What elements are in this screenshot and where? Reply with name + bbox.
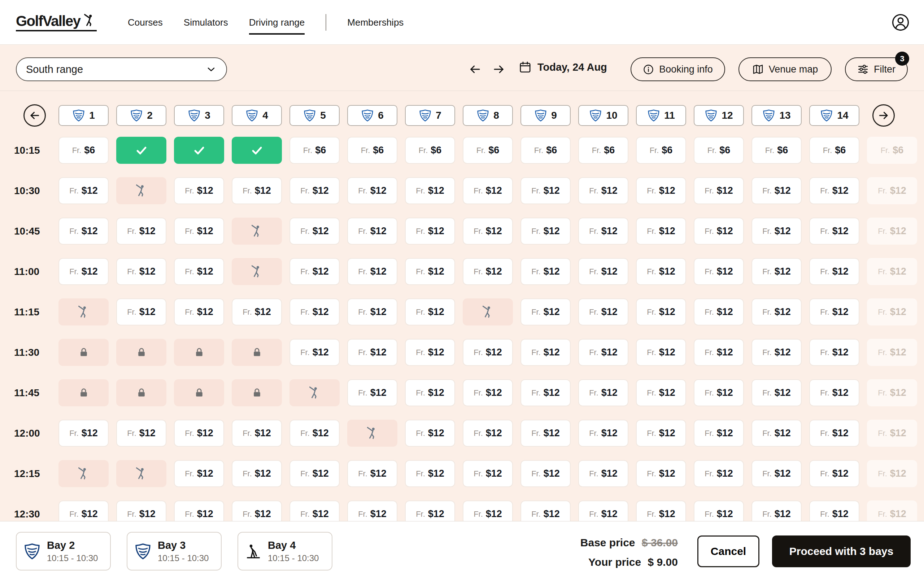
account-button[interactable] <box>891 13 909 31</box>
slot-available[interactable]: Fr.$12 <box>347 217 398 245</box>
nav-driving-range[interactable]: Driving range <box>249 15 305 30</box>
nav-courses[interactable]: Courses <box>128 15 163 30</box>
slot-available[interactable]: Fr.$12 <box>347 379 398 406</box>
slot-available[interactable]: Fr.$12 <box>520 379 571 406</box>
slot-available[interactable]: Fr.$12 <box>751 460 802 487</box>
slot-available[interactable]: Fr.$12 <box>405 298 455 326</box>
slot-available[interactable]: Fr.$12 <box>463 420 513 447</box>
slot-available[interactable]: Fr.$12 <box>809 379 860 406</box>
bay-header-5[interactable]: 5 <box>289 105 340 126</box>
slot-available[interactable]: Fr.$12 <box>116 298 167 326</box>
slot-available[interactable]: Fr.$12 <box>347 460 398 487</box>
filter-button[interactable]: Filter 3 <box>845 58 908 81</box>
slot-available[interactable]: Fr.$12 <box>578 339 629 366</box>
slot-available[interactable]: Fr.$12 <box>463 460 513 487</box>
slot-available[interactable]: Fr.$12 <box>578 177 629 204</box>
proceed-button[interactable]: Proceed with 3 bays <box>772 535 911 567</box>
booking-info-button[interactable]: Booking info <box>630 58 725 81</box>
bay-header-1[interactable]: 1 <box>58 105 109 126</box>
bay-header-12[interactable]: 12 <box>694 105 744 126</box>
nav-simulators[interactable]: Simulators <box>184 15 228 30</box>
scroll-bays-left-button[interactable] <box>23 104 46 127</box>
slot-available[interactable]: Fr.$12 <box>174 217 224 245</box>
range-selector[interactable]: South range <box>16 58 227 81</box>
bay-header-14[interactable]: 14 <box>809 105 860 126</box>
slot-available[interactable]: Fr.$12 <box>116 420 167 447</box>
slot-available[interactable]: Fr.$12 <box>174 177 224 204</box>
slot-available[interactable]: Fr.$12 <box>751 177 802 204</box>
slot-available[interactable]: Fr.$12 <box>809 339 860 366</box>
slot-available[interactable]: Fr.$12 <box>636 460 686 487</box>
slot-available[interactable]: Fr.$12 <box>694 379 744 406</box>
slot-available[interactable]: Fr.$12 <box>405 258 455 285</box>
slot-available[interactable]: Fr.$12 <box>289 217 340 245</box>
slot-available[interactable]: Fr.$12 <box>174 420 224 447</box>
slot-available[interactable]: Fr.$12 <box>751 298 802 326</box>
bay-header-13[interactable]: 13 <box>751 105 802 126</box>
slot-selected[interactable] <box>232 137 282 164</box>
slot-available[interactable]: Fr.$12 <box>174 258 224 285</box>
bay-header-2[interactable]: 2 <box>116 105 167 126</box>
slot-available[interactable]: Fr.$12 <box>694 460 744 487</box>
slot-available[interactable]: Fr.$12 <box>578 460 629 487</box>
slot-available[interactable]: Fr.$6 <box>58 137 109 164</box>
slot-available[interactable]: Fr.$12 <box>636 177 686 204</box>
bay-header-7[interactable]: 7 <box>405 105 455 126</box>
date-display[interactable]: Today, 24 Aug <box>519 61 607 74</box>
slot-available[interactable]: Fr.$12 <box>58 420 109 447</box>
slot-available[interactable]: Fr.$12 <box>58 217 109 245</box>
slot-available[interactable]: Fr.$12 <box>116 258 167 285</box>
slot-available[interactable]: Fr.$12 <box>520 177 571 204</box>
bay-header-3[interactable]: 3 <box>174 105 224 126</box>
venue-map-button[interactable]: Venue map <box>739 58 832 81</box>
slot-available[interactable]: Fr.$6 <box>578 137 629 164</box>
slot-available[interactable]: Fr.$12 <box>463 258 513 285</box>
slot-available[interactable]: Fr.$12 <box>636 217 686 245</box>
scroll-bays-right-button[interactable] <box>872 104 895 127</box>
slot-available[interactable]: Fr.$12 <box>347 258 398 285</box>
bay-header-11[interactable]: 11 <box>636 105 686 126</box>
bay-header-4[interactable]: 4 <box>232 105 282 126</box>
slot-available[interactable]: Fr.$12 <box>751 258 802 285</box>
slot-available[interactable]: Fr.$12 <box>809 420 860 447</box>
slot-available[interactable]: Fr.$12 <box>289 339 340 366</box>
prev-day-arrow-button[interactable] <box>468 63 482 77</box>
slot-available[interactable]: Fr.$12 <box>694 339 744 366</box>
slot-available[interactable]: Fr.$12 <box>520 258 571 285</box>
slot-selected[interactable] <box>116 137 167 164</box>
slot-available[interactable]: Fr.$12 <box>809 258 860 285</box>
nav-memberships[interactable]: Memberships <box>347 15 404 30</box>
slot-available[interactable]: Fr.$12 <box>694 177 744 204</box>
slot-available[interactable]: Fr.$12 <box>289 420 340 447</box>
slot-available[interactable]: Fr.$6 <box>520 137 571 164</box>
slot-available[interactable]: Fr.$12 <box>694 217 744 245</box>
slot-available[interactable]: Fr.$12 <box>751 339 802 366</box>
slot-available[interactable]: Fr.$12 <box>289 460 340 487</box>
slot-available[interactable]: Fr.$12 <box>347 339 398 366</box>
slot-available[interactable]: Fr.$6 <box>809 137 860 164</box>
slot-available[interactable]: Fr.$6 <box>289 137 340 164</box>
slot-available[interactable]: Fr.$12 <box>174 460 224 487</box>
slot-available[interactable]: Fr.$12 <box>463 339 513 366</box>
slot-available[interactable]: Fr.$6 <box>463 137 513 164</box>
slot-available[interactable]: Fr.$12 <box>232 177 282 204</box>
slot-available[interactable]: Fr.$12 <box>116 217 167 245</box>
slot-available[interactable]: Fr.$12 <box>751 420 802 447</box>
slot-available[interactable]: Fr.$12 <box>636 258 686 285</box>
next-day-arrow-button[interactable] <box>492 63 506 77</box>
slot-available[interactable]: Fr.$12 <box>174 298 224 326</box>
slot-available[interactable]: Fr.$12 <box>347 298 398 326</box>
slot-available[interactable]: Fr.$6 <box>347 137 398 164</box>
slot-available[interactable]: Fr.$12 <box>636 339 686 366</box>
slot-available[interactable]: Fr.$12 <box>578 217 629 245</box>
slot-available[interactable]: Fr.$12 <box>232 420 282 447</box>
slot-available[interactable]: Fr.$12 <box>58 258 109 285</box>
slot-available[interactable]: Fr.$12 <box>232 460 282 487</box>
slot-available[interactable]: Fr.$12 <box>405 379 455 406</box>
slot-available[interactable]: Fr.$12 <box>578 379 629 406</box>
slot-available[interactable]: Fr.$12 <box>520 298 571 326</box>
slot-available[interactable]: Fr.$6 <box>405 137 455 164</box>
slot-available[interactable]: Fr.$6 <box>636 137 686 164</box>
slot-available[interactable]: Fr.$6 <box>751 137 802 164</box>
slot-available[interactable]: Fr.$12 <box>520 339 571 366</box>
